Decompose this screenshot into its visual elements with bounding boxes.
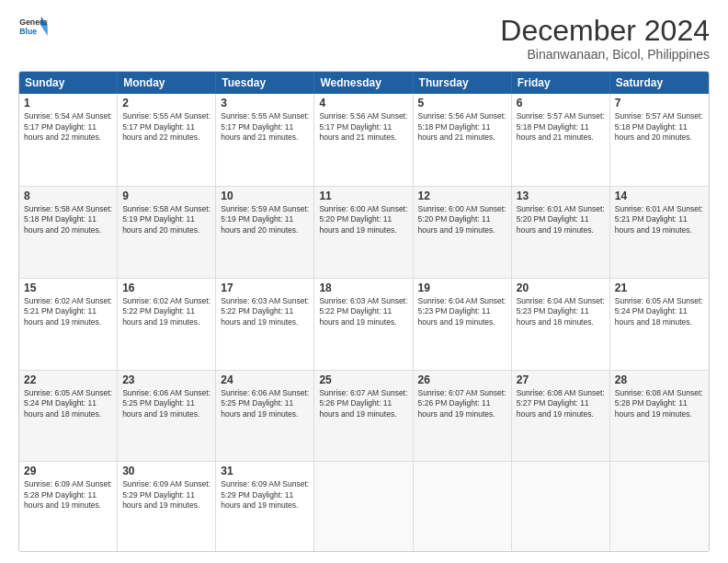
calendar-cell: 21Sunrise: 6:05 AM Sunset: 5:24 PM Dayli…: [610, 279, 709, 370]
day-info: Sunrise: 6:07 AM Sunset: 5:26 PM Dayligh…: [418, 388, 506, 419]
day-number: 1: [24, 97, 112, 109]
day-info: Sunrise: 6:03 AM Sunset: 5:22 PM Dayligh…: [221, 296, 309, 327]
day-info: Sunrise: 6:06 AM Sunset: 5:25 PM Dayligh…: [122, 388, 210, 419]
day-info: Sunrise: 6:00 AM Sunset: 5:20 PM Dayligh…: [319, 204, 407, 236]
day-info: Sunrise: 6:03 AM Sunset: 5:22 PM Dayligh…: [319, 296, 407, 327]
calendar-body: 1Sunrise: 5:54 AM Sunset: 5:17 PM Daylig…: [19, 94, 709, 552]
day-number: 4: [319, 97, 407, 109]
calendar-cell: 1Sunrise: 5:54 AM Sunset: 5:17 PM Daylig…: [19, 94, 118, 186]
calendar-cell: 4Sunrise: 5:56 AM Sunset: 5:17 PM Daylig…: [314, 94, 413, 186]
svg-marker-3: [41, 26, 48, 36]
day-number: 27: [517, 373, 605, 386]
calendar-cell: 18Sunrise: 6:03 AM Sunset: 5:22 PM Dayli…: [314, 279, 413, 370]
day-number: 22: [24, 373, 112, 386]
day-info: Sunrise: 6:04 AM Sunset: 5:23 PM Dayligh…: [418, 296, 506, 327]
header-tuesday: Tuesday: [216, 72, 314, 94]
calendar-row: 1Sunrise: 5:54 AM Sunset: 5:17 PM Daylig…: [19, 94, 709, 186]
calendar-cell: [610, 462, 709, 552]
calendar-cell: 8Sunrise: 5:58 AM Sunset: 5:18 PM Daylig…: [19, 187, 118, 278]
day-info: Sunrise: 5:56 AM Sunset: 5:18 PM Dayligh…: [418, 111, 506, 143]
calendar-header: Sunday Monday Tuesday Wednesday Thursday…: [19, 72, 709, 94]
header: General Blue December 2024 Binanwanaan, …: [18, 15, 710, 62]
logo: General Blue: [18, 15, 48, 40]
day-number: 26: [418, 373, 506, 386]
page: General Blue December 2024 Binanwanaan, …: [0, 0, 728, 563]
day-info: Sunrise: 6:01 AM Sunset: 5:21 PM Dayligh…: [615, 204, 704, 236]
day-info: Sunrise: 6:09 AM Sunset: 5:29 PM Dayligh…: [221, 479, 309, 511]
subtitle: Binanwanaan, Bicol, Philippines: [500, 47, 710, 62]
day-number: 19: [418, 282, 506, 294]
day-info: Sunrise: 6:02 AM Sunset: 5:21 PM Dayligh…: [24, 296, 112, 327]
day-info: Sunrise: 6:05 AM Sunset: 5:24 PM Dayligh…: [615, 296, 704, 327]
month-title: December 2024: [500, 15, 710, 47]
day-number: 12: [418, 190, 506, 202]
day-info: Sunrise: 6:08 AM Sunset: 5:27 PM Dayligh…: [517, 388, 605, 419]
day-info: Sunrise: 6:07 AM Sunset: 5:26 PM Dayligh…: [319, 388, 407, 419]
day-info: Sunrise: 5:54 AM Sunset: 5:17 PM Dayligh…: [24, 111, 112, 143]
day-number: 28: [615, 373, 704, 386]
day-info: Sunrise: 6:04 AM Sunset: 5:23 PM Dayligh…: [517, 296, 605, 327]
day-info: Sunrise: 5:59 AM Sunset: 5:19 PM Dayligh…: [221, 204, 309, 236]
calendar-row: 8Sunrise: 5:58 AM Sunset: 5:18 PM Daylig…: [19, 186, 709, 278]
day-number: 31: [221, 465, 309, 477]
calendar-cell: [512, 462, 610, 552]
calendar-cell: 14Sunrise: 6:01 AM Sunset: 5:21 PM Dayli…: [610, 187, 709, 278]
day-number: 29: [24, 465, 112, 477]
general-blue-logo-icon: General Blue: [18, 15, 48, 40]
day-number: 14: [615, 190, 704, 202]
day-number: 9: [122, 190, 210, 202]
day-number: 6: [517, 97, 605, 109]
day-number: 8: [24, 190, 112, 202]
title-block: December 2024 Binanwanaan, Bicol, Philip…: [500, 15, 710, 62]
day-number: 20: [517, 282, 605, 294]
calendar-cell: 2Sunrise: 5:55 AM Sunset: 5:17 PM Daylig…: [118, 94, 216, 186]
day-number: 21: [615, 282, 704, 294]
calendar-cell: 24Sunrise: 6:06 AM Sunset: 5:25 PM Dayli…: [216, 371, 314, 462]
day-number: 5: [418, 97, 506, 109]
day-info: Sunrise: 5:57 AM Sunset: 5:18 PM Dayligh…: [517, 111, 605, 143]
header-wednesday: Wednesday: [314, 72, 413, 94]
day-info: Sunrise: 5:58 AM Sunset: 5:19 PM Dayligh…: [122, 204, 210, 236]
calendar-cell: 3Sunrise: 5:55 AM Sunset: 5:17 PM Daylig…: [216, 94, 314, 186]
calendar-cell: 23Sunrise: 6:06 AM Sunset: 5:25 PM Dayli…: [118, 371, 216, 462]
calendar-cell: 17Sunrise: 6:03 AM Sunset: 5:22 PM Dayli…: [216, 279, 314, 370]
svg-text:Blue: Blue: [19, 27, 37, 36]
calendar-cell: 19Sunrise: 6:04 AM Sunset: 5:23 PM Dayli…: [414, 279, 512, 370]
day-number: 18: [319, 282, 407, 294]
day-info: Sunrise: 6:05 AM Sunset: 5:24 PM Dayligh…: [24, 388, 112, 419]
calendar-cell: 10Sunrise: 5:59 AM Sunset: 5:19 PM Dayli…: [216, 187, 314, 278]
day-info: Sunrise: 6:00 AM Sunset: 5:20 PM Dayligh…: [418, 204, 506, 236]
day-number: 24: [221, 373, 309, 386]
calendar-cell: 9Sunrise: 5:58 AM Sunset: 5:19 PM Daylig…: [118, 187, 216, 278]
header-friday: Friday: [512, 72, 610, 94]
calendar-cell: 30Sunrise: 6:09 AM Sunset: 5:29 PM Dayli…: [118, 462, 216, 552]
day-number: 7: [615, 97, 704, 109]
calendar-cell: 6Sunrise: 5:57 AM Sunset: 5:18 PM Daylig…: [512, 94, 610, 186]
calendar-cell: 16Sunrise: 6:02 AM Sunset: 5:22 PM Dayli…: [118, 279, 216, 370]
calendar-cell: 29Sunrise: 6:09 AM Sunset: 5:28 PM Dayli…: [19, 462, 118, 552]
calendar-cell: 7Sunrise: 5:57 AM Sunset: 5:18 PM Daylig…: [610, 94, 709, 186]
day-number: 15: [24, 282, 112, 294]
day-info: Sunrise: 5:58 AM Sunset: 5:18 PM Dayligh…: [24, 204, 112, 236]
day-number: 10: [221, 190, 309, 202]
calendar-cell: 27Sunrise: 6:08 AM Sunset: 5:27 PM Dayli…: [512, 371, 610, 462]
calendar-cell: [314, 462, 413, 552]
day-info: Sunrise: 6:09 AM Sunset: 5:28 PM Dayligh…: [24, 479, 112, 511]
header-sunday: Sunday: [19, 72, 118, 94]
calendar: Sunday Monday Tuesday Wednesday Thursday…: [18, 71, 710, 552]
day-number: 25: [319, 373, 407, 386]
calendar-row: 22Sunrise: 6:05 AM Sunset: 5:24 PM Dayli…: [19, 370, 709, 462]
calendar-row: 29Sunrise: 6:09 AM Sunset: 5:28 PM Dayli…: [19, 461, 709, 552]
day-number: 3: [221, 97, 309, 109]
calendar-cell: 15Sunrise: 6:02 AM Sunset: 5:21 PM Dayli…: [19, 279, 118, 370]
calendar-cell: 11Sunrise: 6:00 AM Sunset: 5:20 PM Dayli…: [314, 187, 413, 278]
day-number: 2: [122, 97, 210, 109]
calendar-cell: 28Sunrise: 6:08 AM Sunset: 5:28 PM Dayli…: [610, 371, 709, 462]
header-monday: Monday: [118, 72, 216, 94]
calendar-cell: [414, 462, 512, 552]
calendar-cell: 12Sunrise: 6:00 AM Sunset: 5:20 PM Dayli…: [414, 187, 512, 278]
day-number: 16: [122, 282, 210, 294]
header-thursday: Thursday: [414, 72, 512, 94]
calendar-cell: 20Sunrise: 6:04 AM Sunset: 5:23 PM Dayli…: [512, 279, 610, 370]
day-info: Sunrise: 5:57 AM Sunset: 5:18 PM Dayligh…: [615, 111, 704, 143]
